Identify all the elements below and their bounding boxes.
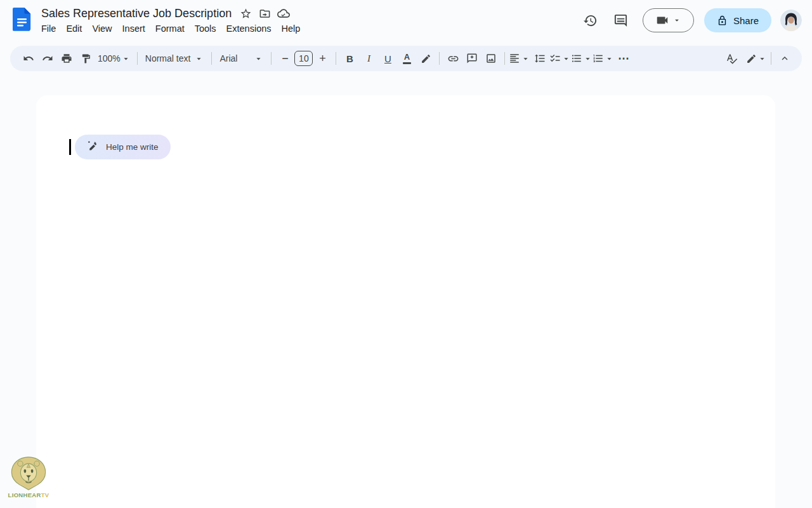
highlighter-icon [421,53,431,64]
numbered-list-icon [593,53,604,64]
menu-file[interactable]: File [36,22,61,35]
menu-edit[interactable]: Edit [61,22,87,35]
history-icon [583,13,598,28]
text-color-icon: A [403,53,411,65]
share-button[interactable]: Share [704,8,771,32]
undo-icon [23,53,34,64]
move-to-folder-icon[interactable] [256,5,273,22]
chevron-down-icon [254,54,263,64]
zoom-value: 100% [98,53,121,64]
plus-icon: + [319,53,326,64]
toolbar-divider [137,52,138,65]
underline-icon: U [384,53,391,64]
cloud-saved-icon[interactable] [275,5,292,22]
redo-button[interactable] [38,49,57,68]
font-select[interactable]: Arial [216,49,267,68]
spell-check-icon [726,53,738,65]
share-label: Share [733,15,759,26]
google-docs-logo[interactable] [13,8,31,32]
lock-icon [717,15,728,26]
zoom-select[interactable]: 100% [95,49,133,68]
font-size-input[interactable]: 10 [294,51,313,66]
print-icon [61,53,72,64]
document-title[interactable]: Sales Representative Job Description [40,6,235,22]
chevron-down-icon [672,16,681,25]
docs-document-icon [13,8,31,32]
styles-value: Normal text [145,53,191,64]
comments-button[interactable] [608,8,634,33]
chevron-down-icon [121,54,131,64]
align-left-icon [509,53,520,64]
styles-select[interactable]: Normal text [141,49,208,68]
title-row: Sales Representative Job Description [40,5,305,22]
bold-icon: B [346,53,353,64]
toolbar-right-group [722,49,794,68]
insert-link-button[interactable] [443,49,462,68]
menu-view[interactable]: View [87,22,117,35]
redo-icon [42,53,53,64]
font-value: Arial [219,53,237,64]
chevron-up-icon [779,53,790,64]
meet-call-button[interactable] [643,8,694,32]
spell-check-button[interactable] [722,49,741,68]
menu-insert[interactable]: Insert [117,22,150,35]
chevron-down-icon [521,54,530,64]
menu-extensions[interactable]: Extensions [221,22,277,35]
increase-font-size-button[interactable]: + [313,49,332,68]
video-camera-icon [655,13,669,27]
pen-icon [746,53,757,64]
menu-help[interactable]: Help [277,22,306,35]
avatar[interactable] [780,10,802,31]
editing-mode-select[interactable] [746,49,767,68]
checklist-select[interactable] [549,49,571,68]
toolbar-divider [211,52,212,65]
undo-button[interactable] [19,49,38,68]
highlight-color-button[interactable] [416,49,435,68]
bold-button[interactable]: B [340,49,359,68]
version-history-button[interactable] [578,8,603,33]
chevron-down-icon [194,54,204,64]
paint-format-button[interactable] [76,49,95,68]
image-icon [485,53,497,64]
toolbar-divider [771,52,771,65]
bulleted-list-select[interactable] [571,49,593,68]
minus-icon: − [282,53,289,64]
watermark-text: LIONHEARTV [8,491,49,498]
toolbar: 100% Normal text Arial − 10 + B I U A [10,46,802,71]
menu-tools[interactable]: Tools [190,22,221,35]
profile-photo [780,10,802,31]
numbered-list-select[interactable] [593,49,614,68]
add-comment-button[interactable] [462,49,481,68]
bulleted-list-icon [571,53,582,64]
print-button[interactable] [57,49,76,68]
paint-roller-icon [81,53,91,64]
line-spacing-button[interactable] [530,49,549,68]
chevron-down-icon [583,54,593,64]
more-options-button[interactable]: ⋯ [614,49,633,68]
help-me-write-button[interactable]: Help me write [75,135,171,159]
checklist-icon [549,53,561,64]
chevron-down-icon [605,54,614,64]
menu-format[interactable]: Format [150,22,190,35]
align-select[interactable] [509,49,530,68]
insert-image-button[interactable] [481,49,501,68]
toolbar-divider [336,52,336,65]
chevron-down-icon [757,54,767,64]
star-icon[interactable] [237,5,254,22]
comment-icon [613,13,628,28]
document-page[interactable]: Help me write [36,95,775,508]
toolbar-divider [504,52,505,65]
italic-icon: I [367,53,370,64]
decrease-font-size-button[interactable]: − [275,49,294,68]
italic-button[interactable]: I [359,49,378,68]
text-color-button[interactable]: A [397,49,416,68]
menu-bar: File Edit View Insert Format Tools Exten… [36,22,305,35]
lion-logo-icon [8,456,49,493]
underline-button[interactable]: U [378,49,397,68]
top-bar: Sales Representative Job Description Fil… [0,0,812,41]
text-cursor [69,139,71,155]
header-actions: Share [578,8,802,33]
add-comment-icon [466,53,478,64]
hide-menus-button[interactable] [775,49,794,68]
link-icon [447,53,459,65]
